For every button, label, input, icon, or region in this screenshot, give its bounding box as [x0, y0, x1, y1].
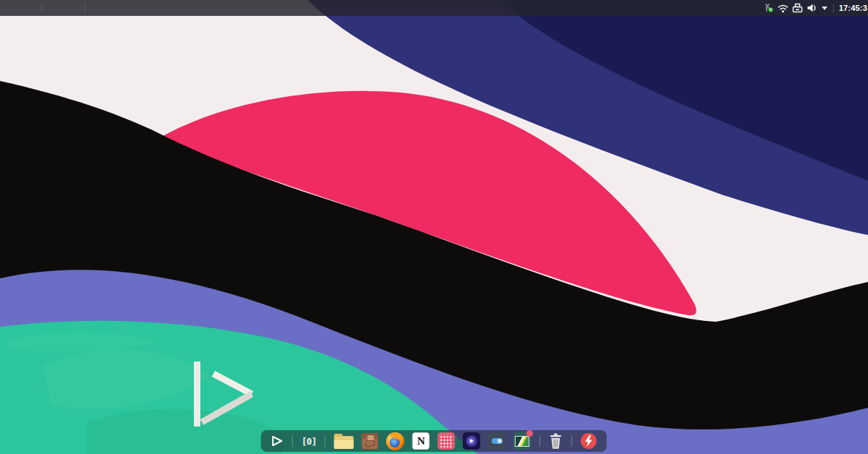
settings-toggles-button[interactable] — [488, 432, 506, 450]
desktop: 17:45:3 [0] — [0, 0, 868, 454]
system-tray: 17:45:3 — [763, 0, 868, 16]
panel-arrow-icon[interactable] — [821, 2, 828, 14]
dock-separator — [325, 435, 326, 447]
notification-badge — [527, 430, 533, 437]
file-manager-button[interactable] — [334, 434, 354, 449]
clock[interactable]: 17:45:3 — [839, 4, 867, 12]
package-box-icon — [362, 433, 378, 450]
dock-separator — [540, 435, 540, 447]
dock-separator — [292, 435, 293, 447]
notion-n-icon: N — [412, 432, 430, 450]
folder-icon — [334, 434, 354, 449]
image-photo-icon — [514, 432, 531, 450]
dock-separator — [571, 435, 572, 447]
trash-button[interactable] — [549, 433, 563, 449]
trash-icon — [549, 433, 563, 449]
tray-separator — [833, 4, 834, 12]
panel-separator — [41, 4, 42, 12]
firefox-button[interactable] — [386, 432, 404, 450]
dock: [0] N — [261, 430, 607, 452]
dots-grid-icon — [438, 432, 455, 450]
printer-icon[interactable] — [792, 2, 804, 14]
firefox-icon — [386, 432, 404, 450]
image-viewer-button[interactable] — [514, 432, 531, 450]
play-circle-icon — [463, 432, 480, 450]
top-panel: 17:45:3 — [0, 0, 868, 16]
volume-icon[interactable] — [807, 2, 818, 14]
lightning-icon — [581, 433, 597, 449]
workspace-label: [0] — [302, 436, 316, 447]
dots-grid-app-button[interactable] — [438, 432, 455, 450]
play-outline-icon — [271, 435, 284, 447]
media-player-button[interactable] — [463, 432, 480, 450]
notion-button[interactable]: N — [412, 432, 430, 450]
package-manager-button[interactable] — [362, 433, 378, 450]
workspace-indicator[interactable]: [0] — [302, 436, 316, 447]
power-button[interactable] — [581, 433, 597, 449]
status-updates-icon[interactable] — [763, 2, 775, 14]
toggle-switch-icon — [488, 432, 506, 450]
panel-separator — [85, 4, 85, 12]
wifi-icon[interactable] — [778, 2, 789, 14]
app-launcher-button[interactable] — [271, 435, 284, 447]
wallpaper — [0, 0, 868, 454]
